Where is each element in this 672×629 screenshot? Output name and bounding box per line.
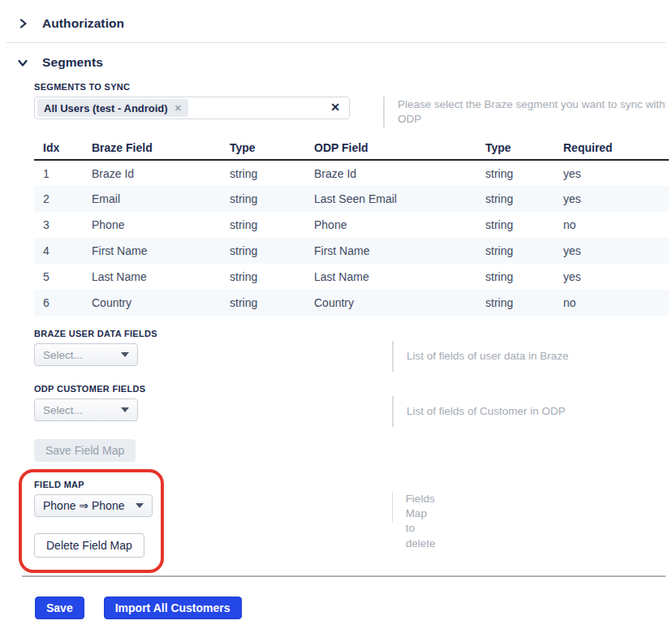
cell-odp-field: First Name (314, 238, 485, 264)
col-header-odp-field: ODP Field (314, 136, 485, 160)
select-placeholder: Select... (43, 349, 83, 361)
braze-fields-helper: List of fields of user data in Braze (392, 341, 569, 372)
footer-divider (22, 575, 666, 577)
cell-required: yes (563, 238, 669, 264)
cell-type: string (230, 186, 314, 212)
field-map-select[interactable]: Phone ⇒ Phone (34, 494, 153, 517)
footer-actions: Save Import All Customers (0, 597, 672, 619)
segments-section-header[interactable]: Segments (0, 55, 672, 70)
col-header-required: Required (563, 136, 669, 160)
braze-user-data-fields-select[interactable]: Select... (34, 343, 138, 366)
cell-type: string (230, 290, 314, 316)
cell-braze-field: First Name (92, 238, 230, 264)
cell-idx: 5 (34, 264, 92, 290)
cell-type: string (230, 212, 314, 238)
cell-type-2: string (485, 238, 563, 264)
chevron-down-icon (136, 503, 144, 508)
clear-selection-icon[interactable]: ✕ (330, 101, 340, 114)
braze-fields-helper-text: List of fields of user data in Braze (407, 349, 569, 364)
cell-braze-field: Country (92, 290, 230, 316)
odp-customer-fields-select[interactable]: Select... (34, 399, 138, 421)
delete-field-map-button[interactable]: Delete Field Map (34, 533, 144, 558)
field-map-group: FIELD MAP Phone ⇒ Phone Delete Field Map… (34, 480, 384, 558)
field-map-helper-text: Fields Map to delete (406, 492, 437, 551)
tag-remove-icon[interactable]: ✕ (174, 103, 182, 114)
table-row: 5Last NamestringLast Namestringyes (34, 264, 669, 290)
braze-user-data-fields-group: BRAZE USER DATA FIELDS Select... List of… (34, 329, 672, 366)
save-button[interactable]: Save (35, 597, 84, 619)
table-header: Idx Braze Field Type ODP Field Type Requ… (34, 136, 669, 160)
segment-tag-label: All Users (test - Android) (44, 102, 168, 114)
authorization-section-title: Authorization (42, 16, 124, 31)
table-row: 6CountrystringCountrystringno (34, 290, 669, 316)
cell-type: string (230, 264, 314, 290)
cell-type-2: string (485, 290, 563, 316)
cell-type: string (230, 238, 314, 264)
segments-helper-text: Please select the Braze segment you want… (398, 97, 666, 127)
segments-helper: Please select the Braze segment you want… (383, 97, 666, 127)
table-row: 3PhonestringPhonestringno (34, 212, 669, 238)
cell-braze-field: Email (92, 186, 230, 212)
field-map-selected-value: Phone ⇒ Phone (43, 499, 124, 512)
section-divider (6, 42, 666, 43)
odp-fields-helper-text: List of fields of Customer in ODP (407, 404, 566, 419)
cell-idx: 2 (34, 186, 92, 212)
chevron-down-icon (121, 407, 129, 412)
cell-type-2: string (485, 212, 563, 238)
cell-idx: 1 (34, 160, 92, 186)
cell-odp-field: Country (314, 290, 485, 316)
cell-required: no (563, 212, 669, 238)
cell-type-2: string (485, 264, 563, 290)
field-mapping-table: Idx Braze Field Type ODP Field Type Requ… (34, 136, 669, 316)
field-map-helper: Fields Map to delete (392, 492, 437, 551)
cell-braze-field: Phone (92, 212, 230, 238)
cell-idx: 3 (34, 212, 92, 238)
helper-divider (383, 97, 385, 127)
segments-multiselect-input[interactable]: All Users (test - Android) ✕ ✕ (34, 97, 350, 119)
cell-type-2: string (485, 186, 563, 212)
cell-required: no (563, 290, 669, 316)
helper-divider (392, 492, 393, 523)
cell-required: yes (563, 186, 669, 212)
col-header-idx: Idx (34, 136, 92, 160)
cell-braze-field: Braze Id (92, 160, 230, 186)
helper-divider (392, 396, 394, 427)
odp-fields-helper: List of fields of Customer in ODP (392, 396, 566, 427)
chevron-down-icon (121, 352, 129, 357)
save-field-map-button[interactable]: Save Field Map (34, 439, 136, 462)
helper-divider (392, 341, 394, 372)
cell-type: string (230, 160, 314, 186)
chevron-right-icon (18, 19, 28, 28)
import-all-customers-button[interactable]: Import All Customers (104, 597, 242, 619)
cell-odp-field: Last Name (314, 264, 485, 290)
segments-to-sync-label: SEGMENTS TO SYNC (34, 82, 672, 92)
table-row: 2EmailstringLast Seen Emailstringyes (34, 186, 669, 212)
cell-idx: 6 (34, 290, 92, 316)
cell-type-2: string (485, 160, 563, 186)
authorization-section-header[interactable]: Authorization (0, 16, 672, 31)
table-row: 4First NamestringFirst Namestringyes (34, 238, 669, 264)
odp-customer-fields-group: ODP CUSTOMER FIELDS Select... List of fi… (34, 384, 672, 421)
segments-to-sync-group: SEGMENTS TO SYNC All Users (test - Andro… (34, 82, 672, 119)
cell-odp-field: Last Seen Email (314, 186, 485, 212)
select-placeholder: Select... (43, 404, 83, 416)
braze-user-data-fields-label: BRAZE USER DATA FIELDS (34, 329, 672, 338)
cell-braze-field: Last Name (92, 264, 230, 290)
segments-section-title: Segments (42, 55, 103, 70)
odp-customer-fields-label: ODP CUSTOMER FIELDS (34, 384, 672, 394)
cell-odp-field: Phone (314, 212, 485, 238)
cell-odp-field: Braze Id (314, 160, 485, 186)
segment-tag: All Users (test - Android) ✕ (37, 99, 188, 117)
field-map-label: FIELD MAP (34, 480, 384, 489)
table-row: 1Braze IdstringBraze Idstringyes (34, 160, 669, 186)
cell-idx: 4 (34, 238, 92, 264)
col-header-braze-field: Braze Field (92, 136, 230, 160)
cell-required: yes (563, 160, 669, 186)
chevron-down-icon (18, 58, 28, 67)
col-header-type: Type (230, 136, 314, 160)
cell-required: yes (563, 264, 669, 290)
col-header-type-2: Type (485, 136, 563, 160)
